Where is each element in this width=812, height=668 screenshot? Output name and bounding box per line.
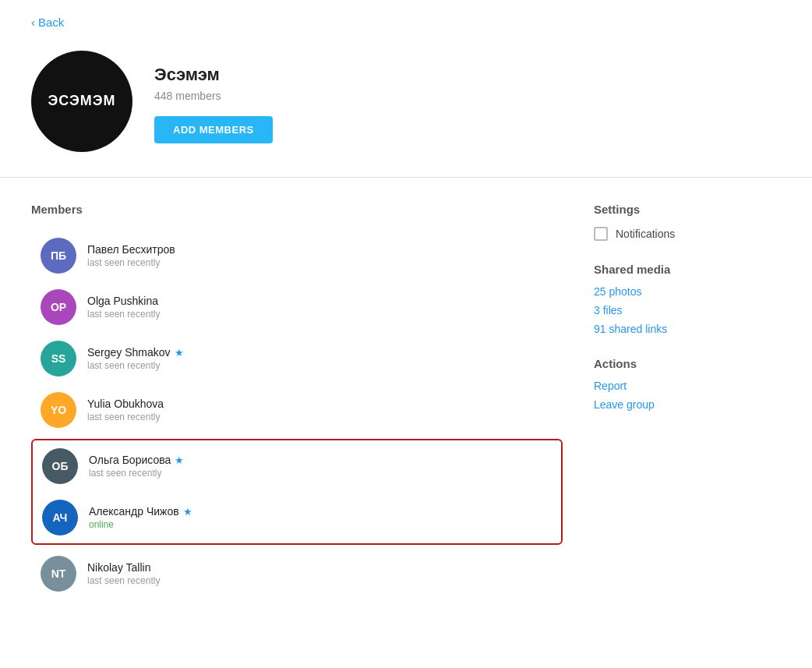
member-item-alexander[interactable]: АЧАлександр Чижов★online [33,492,561,543]
notifications-label: Notifications [616,228,675,240]
shared-links-link[interactable]: 91 shared links [594,323,781,335]
member-name-pavel: Павел Бесхитров [87,243,553,256]
member-name-nikolay: Nikolay Tallin [87,561,553,574]
shared-media-section: Shared media 25 photos 3 files 91 shared… [594,263,781,335]
member-list: ПБПавел Бесхитровlast seen recentlyOPOlg… [31,230,563,599]
member-avatar-alexander: АЧ [42,500,78,535]
member-info-pavel: Павел Бесхитровlast seen recently [87,243,553,268]
member-info-sergey: Sergey Shmakov★last seen recently [87,346,553,371]
selected-members-group: ОБОльга Борисова★last seen recentlyАЧАле… [31,439,563,545]
member-name-olga-b: Ольга Борисова★ [89,454,552,466]
files-link[interactable]: 3 files [594,304,781,316]
member-info-olga-b: Ольга Борисова★last seen recently [89,454,552,479]
member-status-yulia: last seen recently [87,412,553,422]
add-members-button[interactable]: ADD MEMBERS [154,116,273,143]
notifications-checkbox[interactable] [594,227,608,241]
page: ‹ Back ЭСЭМЭМ Эсэмэм 448 members ADD MEM… [0,0,812,615]
member-info-yulia: Yulia Obukhovalast seen recently [87,398,553,422]
group-avatar-text: ЭСЭМЭМ [48,92,115,110]
member-status-sergey: last seen recently [87,360,553,371]
notification-row: Notifications [594,227,781,241]
member-name-sergey: Sergey Shmakov★ [87,346,553,359]
back-chevron-icon: ‹ [31,16,35,29]
back-label: Back [38,16,64,29]
member-item-sergey[interactable]: SSSergey Shmakov★last seen recently [31,333,563,384]
section-divider [0,177,812,178]
member-status-pavel: last seen recently [87,257,553,268]
member-status-nikolay: last seen recently [87,575,553,586]
settings-title: Settings [594,203,781,216]
member-avatar-pavel: ПБ [41,238,76,274]
member-avatar-sergey: SS [41,341,76,376]
right-panel: Settings Notifications Shared media 25 p… [563,203,781,599]
group-name: Эсэмэм [154,65,273,85]
group-info: Эсэмэм 448 members ADD MEMBERS [154,51,273,143]
member-status-olga-b: last seen recently [89,468,552,479]
member-avatar-olga-b: ОБ [42,448,78,484]
member-status-olga: last seen recently [87,309,553,320]
shared-media-title: Shared media [594,263,781,276]
member-name-yulia: Yulia Obukhova [87,398,553,410]
member-item-nikolay[interactable]: NTNikolay Tallinlast seen recently [31,548,563,599]
member-item-olga[interactable]: OPOlga Pushkinalast seen recently [31,281,563,333]
member-item-yulia[interactable]: YOYulia Obukhovalast seen recently [31,384,563,436]
star-icon: ★ [175,347,184,359]
group-members-count: 448 members [154,90,273,102]
member-info-nikolay: Nikolay Tallinlast seen recently [87,561,553,586]
member-name-alexander: Александр Чижов★ [89,505,552,518]
member-avatar-yulia: YO [41,392,76,428]
star-icon: ★ [175,454,184,466]
members-section-title: Members [31,203,563,216]
back-link[interactable]: ‹ Back [31,16,64,29]
member-avatar-nikolay: NT [41,556,76,592]
leave-group-link[interactable]: Leave group [594,398,781,411]
actions-title: Actions [594,357,781,370]
member-item-olga-b[interactable]: ОБОльга Борисова★last seen recently [33,440,561,492]
group-header: ЭСЭМЭМ Эсэмэм 448 members ADD MEMBERS [31,51,781,152]
member-info-alexander: Александр Чижов★online [89,505,552,530]
member-status-alexander: online [89,519,552,530]
members-panel: Members ПБПавел Бесхитровlast seen recen… [31,203,563,599]
photos-link[interactable]: 25 photos [594,285,781,298]
star-icon: ★ [183,506,192,518]
member-avatar-olga: OP [41,289,76,325]
member-info-olga: Olga Pushkinalast seen recently [87,295,553,320]
member-name-olga: Olga Pushkina [87,295,553,307]
main-content: Members ПБПавел Бесхитровlast seen recen… [31,203,781,599]
group-avatar: ЭСЭМЭМ [31,51,132,152]
member-item-pavel[interactable]: ПБПавел Бесхитровlast seen recently [31,230,563,281]
actions-section: Actions Report Leave group [594,357,781,411]
settings-section: Settings Notifications [594,203,781,241]
report-link[interactable]: Report [594,380,781,392]
